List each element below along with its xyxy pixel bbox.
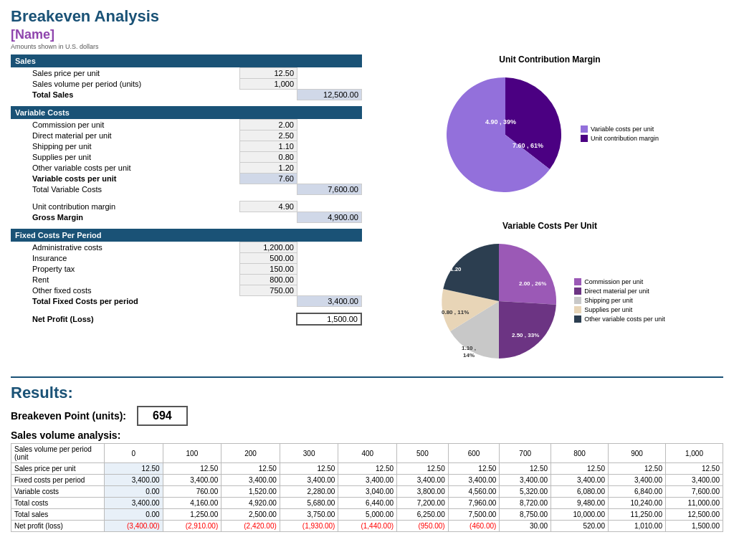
table-row: Total Fixed Costs per period 3,400.00	[11, 296, 362, 307]
total-sales-value: 12,500.00	[297, 90, 362, 100]
legend-color-commission	[574, 278, 581, 285]
supplies-label: Supplies per unit	[11, 152, 240, 163]
table-row: Rent 800.00	[11, 275, 362, 285]
table-row: Direct material per unit 2.50	[11, 130, 362, 141]
legend-item-shipping: Shipping per unit	[574, 297, 665, 304]
unit-contribution-legend: Variable costs per unit Unit contributio…	[581, 125, 659, 144]
cell: (1,930.00)	[280, 521, 338, 532]
sales-volume-value: 1,000	[240, 79, 297, 90]
col-header-label: Sales volume per period (unit	[11, 444, 105, 463]
other-fixed-value: 750.00	[240, 285, 297, 296]
table-row: Commission per unit 2.00	[11, 120, 362, 130]
net-profit-value: 1,500.00	[297, 313, 361, 325]
legend-color-1	[581, 125, 588, 133]
rent-value: 800.00	[240, 275, 297, 285]
table-row: Administrative costs 1,200.00	[11, 242, 362, 253]
cell: 12.50	[163, 463, 221, 475]
cell: 2,280.00	[280, 486, 338, 498]
cell: 0.00	[105, 509, 163, 521]
other-variable-label: Other variable costs per unit	[11, 163, 240, 174]
unit-contribution-value: 4.90	[240, 201, 297, 212]
row-label-total-sales: Total sales	[11, 509, 105, 521]
col-header-500: 500	[397, 444, 449, 463]
col-header-200: 200	[221, 444, 280, 463]
other-variable-value: 1.20	[240, 163, 297, 174]
table-row: Total Sales 12,500.00	[11, 90, 362, 100]
legend-color-supplies	[574, 306, 581, 313]
cell: 3,400.00	[105, 475, 163, 486]
cell: 3,800.00	[397, 486, 449, 498]
net-profit-label: Net Profit (Loss)	[11, 313, 239, 325]
variable-costs-table: Commission per unit 2.00 Direct material…	[11, 119, 362, 195]
cell: (950.00)	[397, 521, 449, 532]
table-row: Sales volume per period (units) 1,000	[11, 79, 362, 90]
cell: 6,080.00	[551, 486, 609, 498]
cell: 12.50	[221, 463, 280, 475]
sales-table: Sales price per unit 12.50 Sales volume …	[11, 67, 362, 100]
breakeven-label: Breakeven Point (units):	[11, 410, 126, 422]
cell: 6,840.00	[608, 486, 665, 498]
pie-label-other: 1.20	[450, 266, 462, 272]
shipping-value: 1.10	[240, 141, 297, 152]
table-row: Property tax 150.00	[11, 264, 362, 275]
main-title: Breakeven Analysis	[11, 7, 723, 26]
analysis-row-sales-price: Sales price per unit 12.50 12.50 12.50 1…	[11, 463, 723, 475]
legend-label-2: Unit contribution margin	[591, 135, 659, 142]
legend-item-direct: Direct material per unit	[574, 288, 665, 295]
legend-item: Unit contribution margin	[581, 135, 659, 142]
variable-costs-legend: Commission per unit Direct material per …	[574, 278, 665, 325]
table-row: Other fixed costs 750.00	[11, 285, 362, 296]
legend-color-direct	[574, 288, 581, 295]
cell: (2,910.00)	[163, 521, 221, 532]
cell: 11,250.00	[608, 509, 665, 521]
total-variable-value: 7,600.00	[297, 184, 362, 195]
col-header-1000: 1,000	[665, 444, 723, 463]
pie-label-1: 4.90 , 39%	[485, 118, 516, 125]
col-header-0: 0	[105, 444, 163, 463]
cell: (2,420.00)	[221, 521, 280, 532]
cell: 3,400.00	[221, 475, 280, 486]
analysis-row-total-costs: Total costs 3,400.00 4,160.00 4,920.00 5…	[11, 498, 723, 509]
variable-costs-header: Variable Costs	[11, 106, 362, 119]
cell: 5,000.00	[338, 509, 397, 521]
cell: 12.50	[280, 463, 338, 475]
legend-label-commission: Commission per unit	[584, 278, 643, 285]
admin-label: Administrative costs	[11, 242, 240, 253]
variable-costs-chart-area: 2.00 , 26% 2.50 , 33% 1.10 , 14% 0.80 , …	[376, 237, 723, 366]
row-label-fixed-costs: Fixed costs per period	[11, 475, 105, 486]
col-header-800: 800	[551, 444, 609, 463]
cell: 520.00	[551, 521, 609, 532]
sales-volume-label: Sales volume per period (units)	[11, 79, 240, 90]
property-tax-value: 150.00	[240, 264, 297, 275]
legend-label-shipping: Shipping per unit	[584, 297, 633, 304]
sales-header: Sales	[11, 54, 362, 67]
cell: 3,040.00	[338, 486, 397, 498]
legend-item-supplies: Supplies per unit	[574, 306, 665, 313]
unit-contribution-label: Unit contribution margin	[11, 201, 240, 212]
insurance-value: 500.00	[240, 253, 297, 264]
cell: 3,400.00	[551, 475, 609, 486]
cell: 3,400.00	[665, 475, 723, 486]
table-row: Gross Margin 4,900.00	[11, 212, 362, 223]
cell: 12.50	[608, 463, 665, 475]
unit-contribution-chart: Unit Contribution Margin 4.90 , 39% 7.60…	[376, 54, 723, 199]
supplies-value: 0.80	[240, 152, 297, 163]
row-label-variable-costs: Variable costs	[11, 486, 105, 498]
pie-slice-direct	[499, 301, 556, 359]
gross-margin-value: 4,900.00	[297, 212, 362, 223]
total-fixed-value: 3,400.00	[297, 296, 362, 307]
pie-label-commission: 2.00 , 26%	[519, 280, 546, 287]
legend-item-commission: Commission per unit	[574, 278, 665, 285]
cell: 4,560.00	[448, 486, 500, 498]
cell: 6,250.00	[397, 509, 449, 521]
cell: 12.50	[500, 463, 551, 475]
table-row: Supplies per unit 0.80	[11, 152, 362, 163]
cell: (3,400.00)	[105, 521, 163, 532]
legend-label-1: Variable costs per unit	[591, 125, 654, 133]
analysis-row-total-sales: Total sales 0.00 1,250.00 2,500.00 3,750…	[11, 509, 723, 521]
col-header-900: 900	[608, 444, 665, 463]
variable-costs-per-unit-value: 7.60	[240, 174, 297, 184]
page: Breakeven Analysis [Name] Amounts shown …	[0, 0, 734, 539]
sales-price-value: 12.50	[240, 68, 297, 79]
unit-contribution-chart-title: Unit Contribution Margin	[376, 54, 723, 65]
